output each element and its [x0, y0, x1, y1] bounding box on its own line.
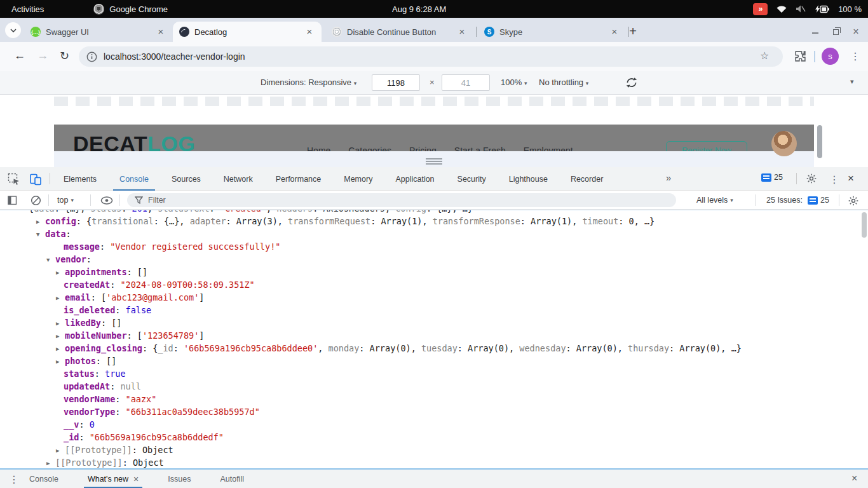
expand-triangle-icon[interactable]: ▶	[56, 266, 65, 279]
console-settings-gear-icon[interactable]	[848, 195, 859, 207]
more-tabs-chevron[interactable]: »	[666, 172, 671, 183]
tab-skype[interactable]: S Skype ×	[478, 22, 627, 42]
new-tab-button[interactable]: +	[625, 24, 641, 39]
page-nav-link[interactable]: Pricing	[409, 146, 437, 151]
devtools-tab-lighthouse[interactable]: Lighthouse	[506, 167, 550, 191]
tab-search-button[interactable]	[5, 22, 21, 38]
expand-triangle-icon[interactable]: ▶	[56, 317, 65, 330]
expand-triangle-icon[interactable]: ▶	[56, 292, 65, 304]
console-line[interactable]: ▶email: ['abc123@gmail.com']	[0, 291, 868, 304]
expand-triangle-icon[interactable]: ▶	[56, 330, 65, 342]
reload-button[interactable]: ↻	[60, 49, 69, 63]
activities-button[interactable]: Activities	[11, 4, 44, 14]
console-filter-box[interactable]	[127, 193, 676, 207]
forward-button[interactable]: →	[37, 49, 48, 62]
inspect-element-icon[interactable]	[8, 173, 20, 186]
tab-close-button[interactable]: ×	[304, 26, 315, 37]
page-nav-link[interactable]: Home	[307, 146, 330, 151]
tab-close-button[interactable]: ×	[609, 26, 620, 37]
tab-close-button[interactable]: ×	[456, 26, 468, 37]
console-sidebar-toggle-icon[interactable]	[8, 196, 17, 205]
back-button[interactable]: ←	[14, 49, 25, 62]
battery-percent[interactable]: 100 %	[838, 4, 862, 14]
tab-swagger-ui[interactable]: {…} Swagger UI ×	[24, 22, 173, 42]
collapse-triangle-icon[interactable]: ▼	[36, 228, 45, 241]
live-expression-eye-icon[interactable]	[100, 196, 113, 205]
bookmark-star-icon[interactable]: ☆	[760, 50, 769, 62]
devtools-tab-application[interactable]: Application	[393, 167, 437, 191]
window-close-button[interactable]: ×	[850, 25, 862, 38]
devtools-resize-grip[interactable]	[426, 158, 442, 166]
expand-triangle-icon[interactable]: ▶	[36, 215, 45, 228]
drawer-tab-close-button[interactable]: ×	[133, 474, 139, 484]
device-toolbar: Dimensions: Responsive ▾ × 100% ▾ No thr…	[0, 71, 868, 95]
console-line[interactable]: ▼vendor:	[0, 253, 868, 266]
browser-menu-kebab-icon[interactable]: ⋮	[850, 50, 860, 62]
page-scrollbar[interactable]	[817, 125, 822, 158]
issues-counter[interactable]: 25 Issues: 25	[766, 191, 829, 210]
tab-disable-continue-button[interactable]: Disable Continue Button ×	[325, 22, 474, 42]
devtools-tab-performance[interactable]: Performance	[273, 167, 324, 191]
console-scrollbar[interactable]	[862, 212, 867, 238]
dimensions-select[interactable]: Dimensions: Responsive ▾	[261, 78, 356, 87]
console-line[interactable]: ▶photos: []	[0, 355, 868, 367]
site-info-icon[interactable]	[86, 51, 97, 62]
javascript-context-select[interactable]: top ▾	[57, 191, 74, 210]
tab-close-button[interactable]: ×	[155, 26, 166, 37]
viewport-height-input[interactable]	[442, 74, 490, 91]
drawer-tab-what-s-new[interactable]: What's new×	[84, 470, 142, 488]
devtools-settings-gear-icon[interactable]	[806, 173, 817, 184]
rotate-device-icon[interactable]	[625, 76, 639, 89]
devtools-tab-elements[interactable]: Elements	[61, 167, 99, 191]
extensions-puzzle-icon[interactable]	[794, 50, 806, 62]
page-user-avatar[interactable]	[771, 131, 797, 156]
throttling-select[interactable]: No throttling ▾	[539, 78, 588, 87]
page-nav-link[interactable]: Start a Fresh	[454, 146, 506, 151]
devtools-tab-memory[interactable]: Memory	[341, 167, 375, 191]
screen-share-indicator-icon[interactable]: »	[753, 3, 768, 15]
tab-decatlog[interactable]: Decatlog ×	[173, 22, 322, 42]
collapse-triangle-icon[interactable]: ▼	[46, 254, 55, 266]
console-line[interactable]: ▶[[Prototype]]: Object	[0, 444, 868, 456]
page-nav-link[interactable]: Employment	[524, 146, 573, 151]
drawer-tab-console[interactable]: Console	[25, 470, 62, 488]
console-filter-input[interactable]	[148, 196, 593, 205]
console-line[interactable]: ▶appointments: []	[0, 266, 868, 278]
drawer-menu-kebab-icon[interactable]: ⋮	[9, 473, 19, 485]
page-cta-button[interactable]: Register Now	[666, 141, 747, 151]
console-line[interactable]: ▶opening_closing: {_id: '66b569a196cb95c…	[0, 342, 868, 355]
drawer-close-button[interactable]: ×	[851, 473, 857, 484]
toggle-device-toolbar-icon[interactable]	[29, 173, 42, 186]
drawer-tab-issues[interactable]: Issues	[164, 470, 194, 488]
zoom-select[interactable]: 100% ▾	[501, 78, 527, 87]
console-message-count[interactable]: 25	[761, 173, 783, 182]
devtools-close-button[interactable]: ×	[848, 172, 854, 185]
expand-triangle-icon[interactable]: ▶	[46, 457, 55, 468]
drawer-tab-autofill[interactable]: Autofill	[216, 470, 248, 488]
devtools-tab-sources[interactable]: Sources	[169, 167, 203, 191]
profile-avatar[interactable]: s	[822, 48, 839, 65]
viewport-width-input[interactable]	[372, 74, 420, 91]
log-levels-select[interactable]: All levels ▾	[696, 191, 733, 210]
console-line[interactable]: ▼data:	[0, 227, 868, 240]
console-line[interactable]: ▶mobileNumber: ['123654789']	[0, 329, 868, 342]
console-line[interactable]: ▶config: {transitional: {…}, adapter: Ar…	[0, 215, 868, 227]
device-toolbar-overflow-chevron-icon[interactable]: ▾	[850, 78, 854, 86]
window-restore-button[interactable]	[829, 25, 842, 38]
window-minimize-button[interactable]	[809, 25, 822, 38]
expand-triangle-icon[interactable]: ▶	[56, 342, 65, 355]
console-line[interactable]: ▶[[Prototype]]: Object	[0, 456, 868, 468]
devtools-tab-security[interactable]: Security	[455, 167, 489, 191]
devtools-tab-network[interactable]: Network	[221, 167, 255, 191]
clear-console-icon[interactable]	[31, 195, 41, 206]
page-nav-link[interactable]: Categories	[348, 146, 391, 151]
clock[interactable]: Aug 9 6:28 AM	[392, 4, 446, 14]
console-line: _id: "66b569a196cb95ca8b6ddedf"	[0, 431, 868, 444]
expand-triangle-icon[interactable]: ▶	[56, 444, 65, 457]
devtools-tab-console[interactable]: Console	[117, 167, 151, 191]
devtools-tab-recorder[interactable]: Recorder	[568, 167, 606, 191]
devtools-menu-kebab-icon[interactable]: ⋮	[829, 173, 839, 186]
address-bar[interactable]: localhost:3000/teacher-vendor-login	[79, 46, 783, 67]
expand-triangle-icon[interactable]: ▶	[56, 355, 65, 368]
console-line[interactable]: ▶likedBy: []	[0, 316, 868, 329]
